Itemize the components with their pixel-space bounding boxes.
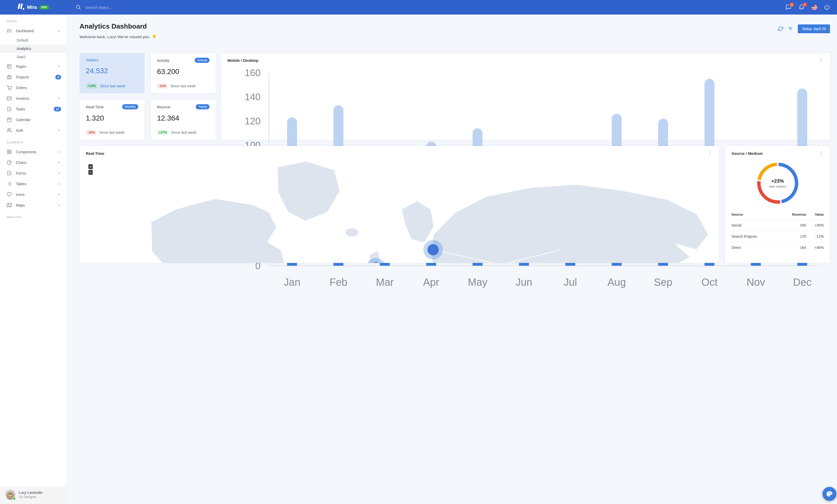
main-content: Analytics Dashboard Welcome back, Lucy! …	[67, 15, 418, 252]
delta-badge: -18%	[86, 130, 96, 135]
stat-value: 63.200	[157, 68, 210, 76]
check-square-icon	[7, 107, 12, 111]
chevron-down-icon	[57, 96, 61, 100]
sidebar-item-icons[interactable]: Icons	[0, 189, 67, 200]
stats-grid: Visitors 24.532 +14% Since last week Act…	[79, 53, 216, 140]
sliders-icon	[7, 28, 12, 33]
mobile-desktop-chart-card: Mobile / Desktop 020406080100120140160Ja…	[221, 53, 418, 140]
stat-title: Visitors	[86, 58, 99, 62]
layout-icon	[7, 64, 12, 69]
chart-title: Mobile / Desktop	[228, 58, 259, 62]
sidebar-section-pages: PAGES	[0, 15, 67, 25]
stat-title: Activity	[157, 58, 170, 62]
map-zoom-in-button[interactable]: +	[88, 164, 93, 169]
chevron-down-icon	[57, 161, 61, 165]
stat-value: 24.532	[86, 67, 138, 75]
world-map[interactable]: + −	[79, 160, 418, 252]
pie-chart-icon	[7, 160, 12, 165]
stat-caption: Since last week	[170, 84, 195, 88]
period-badge[interactable]: Monthly	[122, 104, 138, 109]
stat-card-real-time: Real-Time Monthly 1.320 -18% Since last …	[79, 99, 144, 140]
period-badge[interactable]: Yearly	[196, 104, 210, 109]
chevron-down-icon	[57, 128, 61, 132]
sidebar: PAGES Dashboard Default Analytics SaaS P…	[0, 15, 67, 252]
sidebar-subitem-saas[interactable]: SaaS	[0, 53, 67, 61]
sidebar-item-dashboard[interactable]: Dashboard	[0, 25, 67, 36]
sidebar-section-elements: ELEMENTS	[0, 136, 67, 147]
heart-icon	[7, 192, 12, 197]
sidebar-item-charts[interactable]: Charts	[0, 157, 67, 168]
check-square-icon	[7, 171, 12, 175]
map-icon	[7, 203, 12, 208]
sidebar-item-maps[interactable]: Maps	[0, 200, 67, 210]
stat-title: Real-Time	[86, 105, 104, 109]
mira-logo-icon	[17, 3, 24, 11]
brand[interactable]: Mira PRO	[0, 3, 67, 11]
stat-caption: Since last week	[171, 130, 196, 135]
search-icon[interactable]	[75, 4, 82, 11]
cart-icon	[7, 85, 12, 90]
sidebar-item-components[interactable]: Components	[0, 147, 67, 157]
chevron-down-icon	[57, 171, 61, 175]
credit-card-icon	[7, 96, 12, 101]
svg-text:140: 140	[245, 92, 261, 102]
chevron-down-icon	[57, 150, 61, 154]
welcome-message: Welcome back, Lucy! We've missed you.	[79, 34, 156, 39]
page-title: Analytics Dashboard	[79, 22, 156, 31]
delta-badge: +14%	[86, 83, 97, 89]
chevron-down-icon	[57, 64, 61, 69]
sidebar-item-projects[interactable]: Projects 8	[0, 72, 67, 82]
stat-caption: Since last week	[100, 84, 125, 88]
stat-value: 1.320	[86, 114, 138, 123]
map-card-title: Real-Time	[86, 151, 104, 156]
pro-badge: PRO	[39, 5, 49, 10]
chevron-down-icon	[57, 192, 61, 197]
top-navbar: Mira PRO 3 7	[0, 0, 418, 15]
list-icon	[7, 181, 12, 186]
search-input[interactable]	[85, 5, 163, 10]
stat-title: Bounce	[157, 105, 170, 109]
map-zoom-out-button[interactable]: −	[88, 170, 93, 175]
sidebar-subitem-analytics[interactable]: Analytics	[0, 44, 67, 53]
sidebar-subitem-default[interactable]: Default	[0, 36, 67, 44]
briefcase-icon	[7, 75, 12, 79]
period-badge[interactable]: Annual	[195, 58, 210, 63]
sidebar-item-pages[interactable]: Pages	[0, 61, 67, 72]
page-header: Analytics Dashboard Welcome back, Lucy! …	[79, 22, 418, 39]
delta-badge: -12%	[157, 83, 168, 89]
brand-name: Mira	[27, 5, 37, 10]
waving-hand-icon	[152, 34, 156, 39]
svg-text:120: 120	[245, 116, 261, 127]
svg-text:160: 160	[245, 68, 261, 78]
sidebar-item-auth[interactable]: Auth	[0, 125, 67, 136]
stat-card-bounce: Bounce Yearly 12.364 +27% Since last wee…	[151, 99, 216, 140]
stat-card-activity: Activity Annual 63.200 -12% Since last w…	[151, 53, 216, 93]
chevron-down-icon	[57, 203, 61, 207]
map-continents	[151, 161, 418, 252]
sidebar-item-orders[interactable]: Orders	[0, 82, 67, 93]
stat-value: 12.364	[157, 114, 210, 123]
chevron-down-icon	[57, 182, 61, 186]
projects-count-badge: 8	[55, 75, 61, 79]
users-icon	[7, 128, 12, 133]
sidebar-item-tables[interactable]: Tables	[0, 179, 67, 189]
calendar-icon	[7, 117, 12, 122]
chevron-up-icon	[57, 29, 61, 33]
header-divider	[79, 45, 418, 45]
sidebar-item-invoices[interactable]: Invoices	[0, 93, 67, 104]
sidebar-item-tasks[interactable]: Tasks 17	[0, 104, 67, 114]
grid-icon	[7, 149, 12, 154]
stat-caption: Since last week	[99, 130, 124, 135]
sidebar-item-forms[interactable]: Forms	[0, 168, 67, 179]
sidebar-section-mira-pro: MIRA PRO	[0, 210, 67, 221]
sidebar-item-calendar[interactable]: Calendar	[0, 114, 67, 125]
delta-badge: +27%	[157, 130, 168, 135]
tasks-count-badge: 17	[54, 107, 61, 111]
search-bar	[75, 4, 418, 11]
stat-card-visitors: Visitors 24.532 +14% Since last week	[79, 53, 144, 93]
real-time-map-card: Real-Time + −	[79, 146, 418, 252]
